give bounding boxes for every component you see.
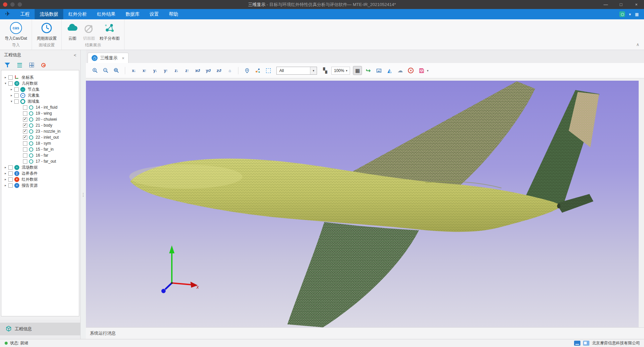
tree-checkbox[interactable] xyxy=(8,171,13,176)
tab-close-icon[interactable]: × xyxy=(122,56,125,61)
panel-collapse-button[interactable]: < xyxy=(74,53,76,58)
tab-3d-display[interactable]: ◷ 三维显示 × xyxy=(88,53,129,63)
tree-item-coordinate-system[interactable]: ▸坐标系 xyxy=(1,74,79,80)
tree-checkbox[interactable] xyxy=(14,93,19,98)
tree-checkbox[interactable] xyxy=(23,111,27,116)
tree-item-node-set[interactable]: ▸节点集 xyxy=(1,86,79,92)
locate-origin-icon[interactable] xyxy=(41,63,46,67)
titlebar-gray-circle-icon[interactable] xyxy=(10,2,15,7)
locate-pin-button[interactable] xyxy=(242,66,251,75)
tree-item-surface-far-in[interactable]: 15 - far_in xyxy=(1,146,79,152)
view-neg-z-button[interactable]: z↑ xyxy=(182,66,191,75)
expander-icon[interactable]: ▸ xyxy=(3,172,8,175)
tree-checkbox[interactable] xyxy=(23,153,27,158)
ribbon-collapse-button[interactable]: ∧ xyxy=(636,42,639,47)
menu-item-database[interactable]: 数据库 xyxy=(121,9,145,19)
save-caret-icon[interactable]: ▾ xyxy=(427,69,429,72)
close-button[interactable]: × xyxy=(629,0,644,9)
view-pos-z-button[interactable]: z↓ xyxy=(172,66,181,75)
monitor-indicator-icon[interactable] xyxy=(574,341,580,346)
tree-item-surface-int-fluid[interactable]: 14 - int_fluid xyxy=(1,104,79,110)
transparency-checker-icon[interactable]: ▚ xyxy=(321,66,330,75)
zoom-in-button[interactable] xyxy=(91,66,100,75)
tree-checkbox[interactable] xyxy=(23,159,27,164)
tree-checkbox[interactable] xyxy=(8,177,13,182)
menu-item-help[interactable]: 帮助 xyxy=(164,9,183,19)
grid-toggle-button[interactable]: ▦ xyxy=(353,66,362,75)
tree-item-surface-body[interactable]: 21 - body xyxy=(1,122,79,128)
tree-item-surface-far[interactable]: 16 - far xyxy=(1,152,79,158)
zoom-out-button[interactable] xyxy=(101,66,110,75)
tree-checkbox[interactable] xyxy=(8,81,13,86)
tree-checkbox[interactable] xyxy=(23,123,27,128)
box-select-button[interactable] xyxy=(264,66,273,75)
tree-item-surface-sym[interactable]: 18 - sym xyxy=(1,140,79,146)
window-indicator-icon[interactable] xyxy=(583,341,589,346)
tree-item-surface-wing[interactable]: 19 - wing xyxy=(1,110,79,116)
tree-checkbox[interactable] xyxy=(14,87,19,92)
clear-results-button[interactable]: × xyxy=(406,66,415,75)
opacity-dropdown[interactable]: 100% ▾ xyxy=(331,67,350,75)
expander-icon[interactable]: ▸ xyxy=(9,94,14,97)
view-neg-y-button[interactable]: y↑ xyxy=(161,66,170,75)
save-view-button[interactable] xyxy=(417,66,426,75)
menu-item-infrared-results[interactable]: 红外结果 xyxy=(92,9,121,19)
expander-icon[interactable]: ▾ xyxy=(9,100,14,103)
tree-item-surface-inlet-out[interactable]: 22 - inlet_out xyxy=(1,134,79,140)
expander-icon[interactable]: ▾ xyxy=(3,82,8,85)
particle-distribution-button[interactable]: 粒子分布图 xyxy=(99,22,120,41)
tree-item-element-set[interactable]: ▸元素集 xyxy=(1,92,79,98)
dropdown-arrow-icon[interactable]: ▾ xyxy=(310,67,317,74)
tree-item-infrared-data[interactable]: ▸红外数据 xyxy=(1,176,79,182)
titlebar-red-circle-icon[interactable] xyxy=(3,2,7,7)
tree-checkbox[interactable] xyxy=(23,117,27,122)
menu-item-engineering[interactable]: 工程 xyxy=(15,9,35,19)
view-pos-y-button[interactable]: y↓ xyxy=(151,66,160,75)
export-arrow-button[interactable]: ↪ xyxy=(364,66,373,75)
rotate-y-button[interactable]: y↺ xyxy=(204,66,213,75)
rotate-z-button[interactable]: z↺ xyxy=(214,66,223,75)
section-plane-button[interactable]: 切面图 xyxy=(82,22,96,41)
expander-icon[interactable]: ▸ xyxy=(3,178,8,181)
tree-checkbox[interactable] xyxy=(23,135,27,140)
tree-checkbox[interactable] xyxy=(14,99,19,104)
periodic-face-settings-button[interactable]: 周期面设置 xyxy=(36,22,57,41)
tree-item-surface-chuiwei[interactable]: 20 - chuiwei xyxy=(1,116,79,122)
rotate-x-button[interactable]: x↺ xyxy=(193,66,202,75)
expander-icon[interactable]: ▸ xyxy=(3,184,8,187)
titlebar-gray-circle-icon-2[interactable] xyxy=(18,2,22,7)
quick-access-icon[interactable] xyxy=(619,11,625,17)
view-neg-x-button[interactable]: x↑ xyxy=(140,66,149,75)
reset-view-button[interactable]: ⌂ xyxy=(225,66,234,75)
tree-checkbox[interactable] xyxy=(8,165,13,170)
layout-grid-icon[interactable]: ▦ xyxy=(635,12,639,17)
menu-item-settings[interactable]: 设置 xyxy=(145,9,164,19)
tree-item-flowfield-data[interactable]: ▸流场数据 xyxy=(1,164,79,170)
tree-item-surface-far-out[interactable]: 17 - far_out xyxy=(1,158,79,164)
particle-trace-button[interactable] xyxy=(253,66,262,75)
tree-item-surface-nozzle-in[interactable]: 23 - nozzle_in xyxy=(1,128,79,134)
cloud-display-button[interactable]: ☁ xyxy=(396,66,405,75)
menu-item-flowfield-data[interactable]: 流场数据 xyxy=(35,9,63,19)
tree-checkbox[interactable] xyxy=(23,147,27,152)
tree-item-report-resources[interactable]: ▸报告资源 xyxy=(1,182,79,188)
tree-checkbox[interactable] xyxy=(23,105,27,110)
snapshot-button[interactable] xyxy=(374,66,383,75)
expander-icon[interactable]: ▸ xyxy=(3,76,8,79)
view-pos-x-button[interactable]: x↓ xyxy=(129,66,138,75)
import-cas-dat-button[interactable]: cas 导入Cas/Dat xyxy=(4,22,28,41)
mirror-button[interactable]: ◭ xyxy=(385,66,394,75)
zoom-fit-button[interactable] xyxy=(112,66,121,75)
tree-item-boundary-conditions[interactable]: ▸边界条件 xyxy=(1,170,79,176)
list-view-icon[interactable] xyxy=(17,63,22,67)
panel-splitter[interactable]: ⋮ xyxy=(81,50,86,339)
tree-checkbox[interactable] xyxy=(23,129,27,134)
maximize-button[interactable]: □ xyxy=(613,0,629,9)
contour-cloud-button[interactable]: 云图 xyxy=(66,22,79,41)
project-info-footer-tab[interactable]: 工程信息 xyxy=(0,323,80,335)
tree-checkbox[interactable] xyxy=(8,183,13,188)
grid-view-icon[interactable] xyxy=(29,63,34,67)
menu-item-infrared-analysis[interactable]: 红外分析 xyxy=(63,9,92,19)
display-filter-select[interactable]: All ▾ xyxy=(276,67,317,75)
tree-item-face-set[interactable]: ▾面域集 xyxy=(1,98,79,104)
